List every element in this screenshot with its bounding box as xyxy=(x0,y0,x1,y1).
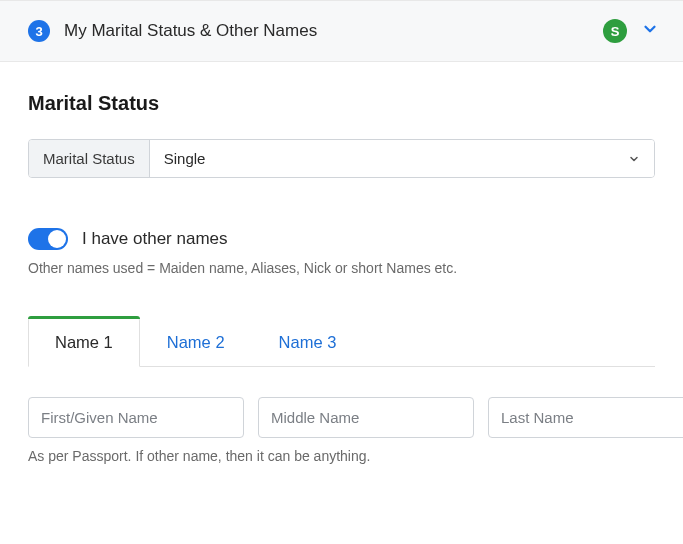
toggle-knob xyxy=(48,230,66,248)
last-name-input[interactable] xyxy=(488,397,683,438)
marital-status-label: Marital Status xyxy=(29,140,150,177)
first-name-input[interactable] xyxy=(28,397,244,438)
other-names-helper: Other names used = Maiden name, Aliases,… xyxy=(28,260,655,276)
marital-status-field: Marital Status Single xyxy=(28,139,655,178)
middle-name-input[interactable] xyxy=(258,397,474,438)
chevron-down-icon xyxy=(628,153,640,165)
marital-status-value: Single xyxy=(164,150,206,167)
accordion-content: Marital Status Marital Status Single I h… xyxy=(0,62,683,484)
step-number-badge: 3 xyxy=(28,20,50,42)
status-badge: S xyxy=(603,19,627,43)
tab-name-3[interactable]: Name 3 xyxy=(252,316,364,367)
name-hint: As per Passport. If other name, then it … xyxy=(28,448,655,464)
name-inputs-row xyxy=(28,397,655,438)
other-names-toggle-label: I have other names xyxy=(82,229,228,249)
marital-status-select[interactable]: Single xyxy=(150,140,654,177)
accordion-title: My Marital Status & Other Names xyxy=(64,21,589,41)
other-names-toggle[interactable] xyxy=(28,228,68,250)
tab-name-2[interactable]: Name 2 xyxy=(140,316,252,367)
accordion-header[interactable]: 3 My Marital Status & Other Names S xyxy=(0,0,683,62)
other-names-toggle-row: I have other names xyxy=(28,228,655,250)
section-title-marital: Marital Status xyxy=(28,92,655,115)
name-tabs: Name 1 Name 2 Name 3 xyxy=(28,316,655,367)
tab-name-1[interactable]: Name 1 xyxy=(28,316,140,367)
chevron-down-icon[interactable] xyxy=(641,20,659,42)
